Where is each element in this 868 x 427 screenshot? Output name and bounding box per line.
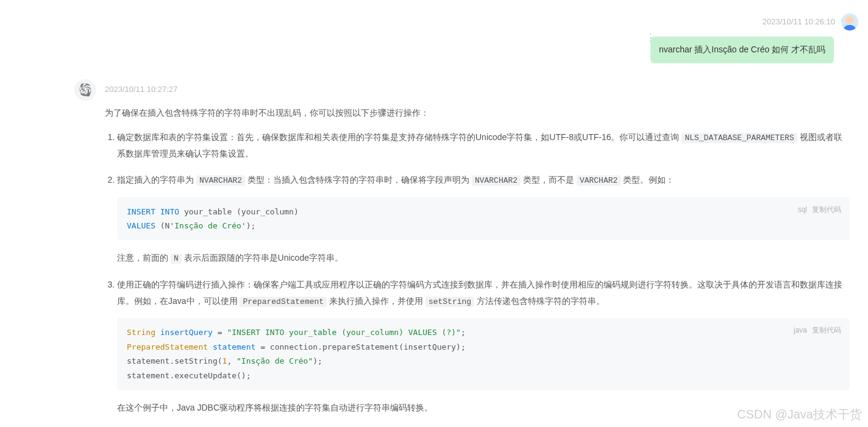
inline-code: NLS_DATABASE_PARAMETERS bbox=[681, 133, 797, 143]
step-1: 确定数据库和表的字符集设置：首先，确保数据库和相关表使用的字符集是支持存储特殊字… bbox=[117, 129, 850, 162]
user-timestamp: 2023/10/11 10:26:10 bbox=[763, 15, 835, 29]
copy-code-button[interactable]: 复制代码 bbox=[812, 324, 841, 337]
inline-code: NVARCHAR2 bbox=[472, 175, 521, 186]
user-message-text: nvarchar 插入Insção de Créo 如何 才不乱吗 bbox=[659, 44, 825, 54]
inline-code: N bbox=[171, 253, 182, 264]
assistant-timestamp: 2023/10/11 10:27:27 bbox=[105, 83, 856, 96]
code-block-java: java 复制代码 String insertQuery = "INSERT I… bbox=[117, 318, 850, 390]
step-3: 使用正确的字符编码进行插入操作：确保客户端工具或应用程序以正确的字符编码方式连接… bbox=[117, 277, 850, 415]
copy-code-button[interactable]: 复制代码 bbox=[812, 203, 841, 217]
intro-paragraph: 为了确保在插入包含特殊字符的字符串时不出现乱码，你可以按照以下步骤进行操作： bbox=[105, 106, 850, 121]
inline-code: PreparedStatement bbox=[240, 297, 327, 307]
code-lang-label: sql bbox=[798, 203, 807, 217]
inline-code: VARCHAR2 bbox=[577, 175, 621, 186]
openai-logo-icon bbox=[79, 83, 92, 97]
code-lang-label: java bbox=[794, 324, 807, 337]
inline-code: NVARCHAR2 bbox=[196, 175, 245, 186]
assistant-message-body: 为了确保在插入包含特殊字符的字符串时不出现乱码，你可以按照以下步骤进行操作： 确… bbox=[105, 106, 856, 427]
step-2: 指定插入的字符串为 NVARCHAR2 类型：当插入包含特殊字符的字符串时，确保… bbox=[117, 172, 850, 267]
code-block-sql: sql 复制代码 INSERT INTO your_table (your_co… bbox=[117, 197, 850, 241]
assistant-avatar bbox=[74, 79, 96, 101]
user-avatar[interactable] bbox=[841, 13, 858, 30]
inline-code: setString bbox=[425, 297, 474, 307]
user-message-header: 2023/10/11 10:26:10 bbox=[0, 0, 868, 33]
user-message-bubble: nvarchar 插入Insção de Créo 如何 才不乱吗 bbox=[650, 37, 834, 63]
